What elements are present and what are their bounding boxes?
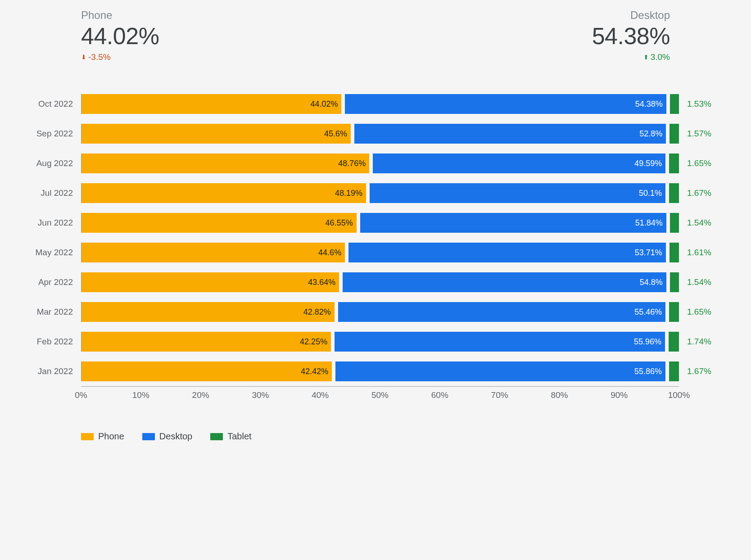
bar-segment-desktop: 55.86% (335, 361, 665, 381)
bar-segment-tablet (670, 272, 679, 292)
bar-track: 46.55%51.84% (81, 213, 679, 233)
swatch-desktop-icon (142, 433, 155, 440)
x-axis-tick: 30% (252, 390, 269, 400)
bar-segment-tablet (670, 213, 679, 233)
bar-segment-phone: 46.55% (81, 213, 357, 233)
kpi-phone: Phone 44.02% ⬇ -3.5% (81, 9, 159, 62)
bar-track: 45.6%52.8% (81, 124, 679, 144)
x-axis-tick: 50% (371, 390, 389, 400)
bar-segment-desktop: 49.59% (373, 154, 665, 173)
y-axis-label: Jan 2022 (23, 366, 81, 376)
bar-segment-tablet (670, 124, 679, 144)
x-axis-tick: 70% (491, 390, 508, 400)
legend-item-tablet: Tablet (210, 431, 251, 442)
bar-segment-phone: 42.42% (81, 361, 332, 381)
swatch-tablet-icon (210, 433, 223, 440)
chart-row: Jan 202242.42%55.86%1.67% (81, 357, 679, 386)
tablet-value-label: 1.61% (679, 248, 711, 257)
y-axis-label: Feb 2022 (23, 337, 81, 347)
kpi-phone-delta-value: -3.5% (88, 52, 111, 62)
bar-segment-desktop: 52.8% (354, 124, 666, 144)
x-axis-tick: 40% (312, 390, 329, 400)
arrow-up-icon: ⬆ (643, 54, 649, 60)
y-axis-label: Aug 2022 (23, 158, 81, 168)
chart-row: Feb 202242.25%55.96%1.74% (81, 327, 679, 357)
bar-segment-desktop: 53.71% (348, 243, 666, 262)
legend: Phone Desktop Tablet (81, 431, 733, 442)
bar-segment-desktop: 55.46% (338, 302, 666, 322)
kpi-desktop: Desktop 54.38% ⬆ 3.0% (592, 9, 670, 62)
tablet-value-label: 1.54% (679, 218, 711, 228)
bar-segment-phone: 43.64% (81, 272, 339, 292)
x-axis-tick: 100% (668, 390, 690, 400)
kpi-phone-delta: ⬇ -3.5% (81, 52, 159, 62)
legend-tablet-label: Tablet (227, 431, 251, 442)
bar-track: 48.76%49.59% (81, 154, 679, 173)
bar-segment-tablet (669, 332, 679, 352)
x-axis-tick: 20% (192, 390, 209, 400)
tablet-value-label: 1.74% (679, 337, 711, 347)
bar-segment-phone: 42.82% (81, 302, 335, 322)
y-axis-label: Jul 2022 (23, 188, 81, 198)
legend-phone-label: Phone (98, 431, 124, 442)
y-axis-label: May 2022 (23, 248, 81, 257)
bar-segment-phone: 42.25% (81, 332, 331, 352)
kpi-desktop-delta: ⬆ 3.0% (643, 52, 670, 62)
kpi-desktop-delta-value: 3.0% (651, 52, 670, 62)
chart-row: Oct 202244.02%54.38%1.53% (81, 89, 679, 119)
legend-desktop-label: Desktop (159, 431, 192, 442)
x-axis-tick: 0% (75, 390, 87, 400)
bar-segment-desktop: 51.84% (360, 213, 666, 233)
bar-track: 42.25%55.96% (81, 332, 679, 352)
tablet-value-label: 1.65% (679, 158, 711, 168)
bar-track: 44.6%53.71% (81, 243, 679, 262)
x-axis-tick: 10% (132, 390, 149, 400)
x-axis: 0%10%20%30%40%50%60%70%80%90%100% (81, 386, 679, 404)
tablet-value-label: 1.54% (679, 277, 711, 287)
bar-segment-phone: 44.02% (81, 94, 341, 114)
chart-row: May 202244.6%53.71%1.61% (81, 238, 679, 267)
y-axis-label: Oct 2022 (23, 99, 81, 109)
stacked-bar-chart: Oct 202244.02%54.38%1.53%Sep 202245.6%52… (81, 89, 679, 404)
bar-segment-tablet (670, 243, 679, 262)
chart-row: Jun 202246.55%51.84%1.54% (81, 208, 679, 238)
bar-segment-desktop: 50.1% (370, 183, 665, 203)
bar-track: 48.19%50.1% (81, 183, 679, 203)
kpi-desktop-label: Desktop (630, 9, 670, 22)
bar-track: 42.42%55.86% (81, 361, 679, 381)
bar-segment-tablet (670, 94, 679, 114)
x-axis-tick: 90% (611, 390, 628, 400)
tablet-value-label: 1.67% (679, 188, 711, 198)
bar-segment-tablet (669, 154, 679, 173)
swatch-phone-icon (81, 433, 94, 440)
chart-row: Sep 202245.6%52.8%1.57% (81, 119, 679, 149)
bar-segment-tablet (669, 302, 679, 322)
x-axis-tick: 80% (551, 390, 568, 400)
y-axis-label: Jun 2022 (23, 218, 81, 228)
chart-row: Mar 202242.82%55.46%1.65% (81, 297, 679, 327)
bar-segment-tablet (669, 361, 679, 381)
y-axis-label: Apr 2022 (23, 277, 81, 287)
tablet-value-label: 1.67% (679, 366, 711, 376)
kpi-phone-value: 44.02% (81, 23, 159, 50)
bar-segment-phone: 44.6% (81, 243, 345, 262)
chart-row: Aug 202248.76%49.59%1.65% (81, 149, 679, 178)
kpi-desktop-value: 54.38% (592, 23, 670, 50)
arrow-down-icon: ⬇ (81, 54, 86, 60)
kpi-phone-label: Phone (81, 9, 159, 22)
tablet-value-label: 1.65% (679, 307, 711, 317)
bar-track: 44.02%54.38% (81, 94, 679, 114)
bar-segment-desktop: 54.38% (345, 94, 666, 114)
bar-track: 42.82%55.46% (81, 302, 679, 322)
bar-segment-desktop: 54.8% (343, 272, 666, 292)
chart-row: Apr 202243.64%54.8%1.54% (81, 267, 679, 297)
y-axis-label: Sep 2022 (23, 129, 81, 139)
y-axis-label: Mar 2022 (23, 307, 81, 317)
bar-track: 43.64%54.8% (81, 272, 679, 292)
bar-segment-phone: 48.19% (81, 183, 366, 203)
x-axis-tick: 60% (431, 390, 448, 400)
bar-segment-phone: 45.6% (81, 124, 351, 144)
chart-row: Jul 202248.19%50.1%1.67% (81, 178, 679, 208)
kpi-row: Phone 44.02% ⬇ -3.5% Desktop 54.38% ⬆ 3.… (18, 9, 733, 76)
bar-segment-desktop: 55.96% (335, 332, 665, 352)
